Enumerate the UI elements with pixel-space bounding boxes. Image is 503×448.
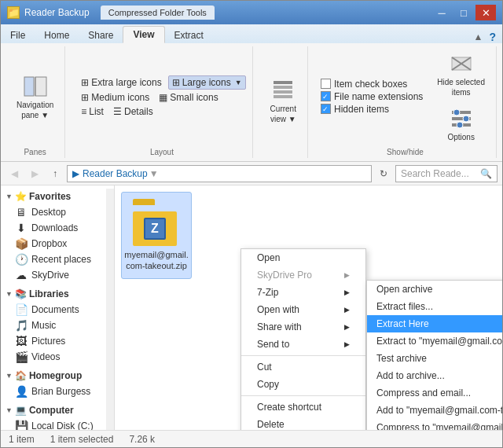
help-icon[interactable]: ? xyxy=(489,31,496,43)
menu-item-open-with[interactable]: Open with ▶ xyxy=(241,301,365,318)
close-button[interactable]: ✕ xyxy=(475,5,496,20)
layout-dropdown[interactable]: ▼ xyxy=(235,79,242,86)
submenu-7zip: Open archive Extract files... Extract He… xyxy=(366,280,502,430)
menu-item-copy[interactable]: Copy xyxy=(241,376,365,393)
status-selected: 1 item selected xyxy=(50,434,114,445)
sidebar-item-dropbox[interactable]: 📦 Dropbox xyxy=(1,236,114,252)
submenu-item-add-to-archive[interactable]: Add to archive... xyxy=(367,367,502,384)
extra-large-icon: ⊞ xyxy=(81,77,89,88)
ribbon-collapse-icon[interactable]: ▲ xyxy=(474,31,483,42)
sidebar-section-homegroup: ▼ 🏠 Homegroup 👤 Brian Burgess xyxy=(1,368,114,399)
submenu-item-add-to-7z[interactable]: Add to "myemail@gmail.com-takeout.zip.7z… xyxy=(367,402,502,419)
minimize-button[interactable]: ─ xyxy=(431,5,452,20)
options-label: Options xyxy=(447,133,474,141)
search-input[interactable]: Search Reade... 🔍 xyxy=(395,165,497,182)
menu-item-skydrive-pro[interactable]: SkyDrive Pro ▶ xyxy=(241,266,365,284)
address-path[interactable]: ▶ Reader Backup ▼ xyxy=(67,165,372,182)
menu-item-7zip[interactable]: 7-Zip ▶ xyxy=(241,284,365,301)
libraries-label: Libraries xyxy=(29,288,69,299)
submenu-item-compress-7z-email[interactable]: Compress to "myemail@gmail.com-takeout.z… xyxy=(367,419,502,430)
sidebar-item-desktop[interactable]: 🖥 Desktop xyxy=(1,204,114,220)
sidebar-item-music[interactable]: 🎵 Music xyxy=(1,318,114,333)
up-button[interactable]: ↑ xyxy=(46,165,64,182)
main-area: ▼ ⭐ Favorites 🖥 Desktop ⬇ Downloads 📦 xyxy=(1,185,502,430)
pictures-label: Pictures xyxy=(31,336,65,347)
submenu-item-extract-here[interactable]: Extract Here xyxy=(367,315,502,332)
submenu-item-open-archive[interactable]: Open archive xyxy=(367,281,502,298)
search-icon[interactable]: 🔍 xyxy=(480,168,492,179)
panes-content: Navigation pane ▼ xyxy=(12,48,58,145)
file-item-zip[interactable]: Z myemail@gmail.com-takeout.zip xyxy=(121,192,192,279)
submenu-item-extract-files[interactable]: Extract files... xyxy=(367,298,502,315)
item-check-boxes-item: Item check boxes xyxy=(321,79,423,90)
small-icons-button[interactable]: ▦ Small icons xyxy=(156,91,221,104)
recent-places-icon: 🕐 xyxy=(15,253,28,266)
maximize-button[interactable]: □ xyxy=(453,5,474,20)
favorites-chevron: ▼ xyxy=(6,193,13,200)
share-with-label: Share with xyxy=(257,321,302,332)
path-breadcrumb-1[interactable]: ▶ xyxy=(72,168,79,179)
submenu-item-compress-email[interactable]: Compress and email... xyxy=(367,384,502,402)
layout-row-3: ≡ List ☰ Details xyxy=(78,105,245,118)
sidebar-item-skydrive[interactable]: ☁ SkyDrive xyxy=(1,267,114,283)
computer-header[interactable]: ▼ 💻 Computer xyxy=(1,402,114,418)
nav-pane-icon xyxy=(23,74,48,99)
forward-button[interactable]: ▶ xyxy=(26,165,43,182)
libraries-chevron: ▼ xyxy=(6,290,13,298)
open-with-label: Open with xyxy=(257,304,299,315)
item-check-boxes-checkbox[interactable] xyxy=(321,79,331,89)
extra-large-icons-button[interactable]: ⊞ Extra large icons xyxy=(78,75,164,90)
sidebar-item-brian-burgess[interactable]: 👤 Brian Burgess xyxy=(1,384,114,399)
share-with-arrow: ▶ xyxy=(344,323,350,331)
extract-here-label: Extract Here xyxy=(376,318,429,329)
current-view-button[interactable]: Current view ▼ xyxy=(266,75,301,127)
search-placeholder: Search Reade... xyxy=(401,168,469,179)
favorites-icon: ⭐ xyxy=(15,191,27,202)
back-button[interactable]: ◀ xyxy=(6,165,23,182)
options-icon xyxy=(449,106,474,131)
documents-icon: 📄 xyxy=(15,303,28,316)
list-button[interactable]: ≡ List xyxy=(78,105,107,118)
sidebar-item-videos[interactable]: 🎬 Videos xyxy=(1,349,114,365)
sidebar-item-documents[interactable]: 📄 Documents xyxy=(1,302,114,318)
show-hide-group-label: Show/hide xyxy=(387,148,424,156)
hidden-items-checkbox[interactable]: ✓ xyxy=(321,104,331,114)
tab-file[interactable]: File xyxy=(1,28,35,43)
context-menu: Open SkyDrive Pro ▶ 7-Zip ▶ Open with ▶ … xyxy=(240,248,366,430)
favorites-header[interactable]: ▼ ⭐ Favorites xyxy=(1,189,114,204)
file-name-extensions-checkbox[interactable]: ✓ xyxy=(321,91,331,101)
menu-item-create-shortcut[interactable]: Create shortcut xyxy=(241,398,365,416)
tab-share[interactable]: Share xyxy=(79,28,123,43)
navigation-pane-button[interactable]: Navigation pane ▼ xyxy=(12,71,58,123)
details-button[interactable]: ☰ Details xyxy=(110,105,156,118)
tab-home[interactable]: Home xyxy=(35,28,79,43)
refresh-button[interactable]: ↻ xyxy=(375,165,392,182)
options-button[interactable]: Options xyxy=(442,103,479,145)
libraries-header[interactable]: ▼ 📚 Libraries xyxy=(1,286,114,302)
tab-view[interactable]: View xyxy=(123,26,164,43)
sidebar-item-local-disk[interactable]: 💾 Local Disk (C:) xyxy=(1,418,114,430)
menu-item-share-with[interactable]: Share with ▶ xyxy=(241,318,365,336)
music-label: Music xyxy=(31,320,56,331)
hidden-items-item: ✓ Hidden items xyxy=(321,104,423,115)
sidebar-item-pictures[interactable]: 🖼 Pictures xyxy=(1,333,114,349)
tab-extract[interactable]: Extract xyxy=(165,28,213,43)
large-icons-button[interactable]: ⊞ Large icons ▼ xyxy=(168,75,246,90)
menu-item-delete[interactable]: Delete xyxy=(241,416,365,430)
sidebar-item-recent-places[interactable]: 🕐 Recent places xyxy=(1,252,114,267)
path-breadcrumb-2[interactable]: Reader Backup xyxy=(83,168,148,179)
sidebar-item-downloads[interactable]: ⬇ Downloads xyxy=(1,220,114,236)
homegroup-header[interactable]: ▼ 🏠 Homegroup xyxy=(1,368,114,384)
medium-icons-button[interactable]: ⊞ Medium icons xyxy=(78,91,152,104)
homegroup-icon: 🏠 xyxy=(15,370,27,381)
hide-selected-button[interactable]: Hide selected items xyxy=(432,48,490,100)
svg-rect-6 xyxy=(274,95,292,98)
list-label: List xyxy=(89,106,104,117)
user-icon: 👤 xyxy=(15,385,28,398)
submenu-item-test-archive[interactable]: Test archive xyxy=(367,350,502,367)
menu-item-send-to[interactable]: Send to ▶ xyxy=(241,336,365,353)
menu-item-open[interactable]: Open xyxy=(241,249,365,266)
menu-item-cut[interactable]: Cut xyxy=(241,358,365,376)
svg-rect-4 xyxy=(274,86,292,89)
submenu-item-extract-to[interactable]: Extract to "myemail@gmail.com-takeout\" xyxy=(367,332,502,350)
